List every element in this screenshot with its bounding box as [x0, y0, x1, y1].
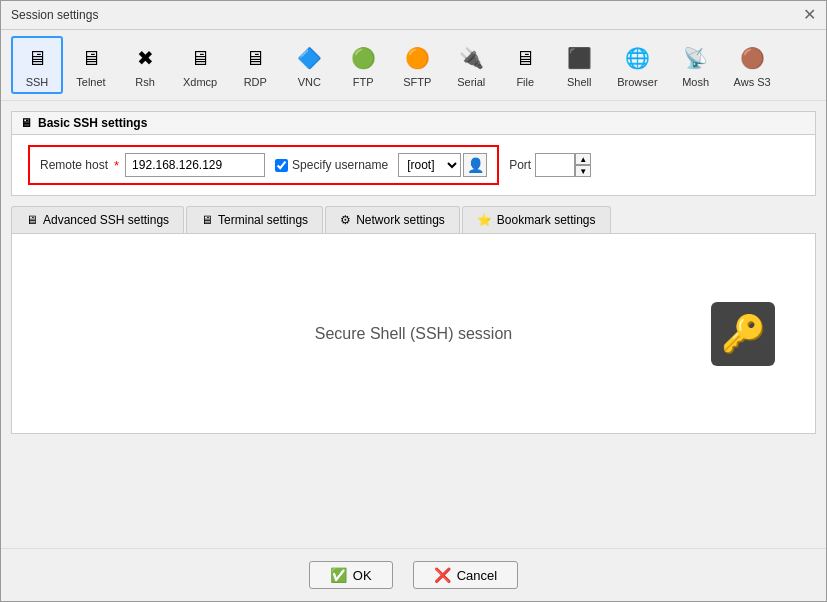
rdp-icon: 🖥 [239, 42, 271, 74]
cancel-label: Cancel [457, 568, 497, 583]
toolbar-item-sftp[interactable]: 🟠 SFTP [391, 36, 443, 94]
awss3-icon: 🟤 [736, 42, 768, 74]
basic-settings-body: Remote host * Specify username [root]adm… [12, 135, 815, 195]
toolbar-item-serial[interactable]: 🔌 Serial [445, 36, 497, 94]
port-label: Port [509, 158, 531, 172]
shell-icon: ⬛ [563, 42, 595, 74]
specify-username-checkbox[interactable] [275, 159, 288, 172]
required-marker: * [114, 158, 119, 173]
window: Session settings ✕ 🖥 SSH 🖥 Telnet ✖ Rsh … [0, 0, 827, 602]
toolbar-item-vnc[interactable]: 🔷 VNC [283, 36, 335, 94]
terminal-tab-label: Terminal settings [218, 213, 308, 227]
browser-label: Browser [617, 76, 657, 88]
key-icon-box: 🔑 [711, 302, 775, 366]
toolbar-item-rdp[interactable]: 🖥 RDP [229, 36, 281, 94]
ok-button[interactable]: ✅ OK [309, 561, 393, 589]
tab-advanced[interactable]: 🖥 Advanced SSH settings [11, 206, 184, 233]
mosh-icon: 📡 [680, 42, 712, 74]
rsh-label: Rsh [135, 76, 155, 88]
ssh-icon: 🖥 [21, 42, 53, 74]
basic-settings-header: 🖥 Basic SSH settings [12, 112, 815, 135]
tab-bookmark[interactable]: ⭐ Bookmark settings [462, 206, 611, 233]
tab-content: Secure Shell (SSH) session 🔑 [11, 234, 816, 434]
terminal-tab-icon: 🖥 [201, 213, 213, 227]
ssh-icon-small: 🖥 [20, 116, 32, 130]
vnc-label: VNC [298, 76, 321, 88]
toolbar-item-mosh[interactable]: 📡 Mosh [670, 36, 722, 94]
toolbar-item-xdmcp[interactable]: 🖥 Xdmcp [173, 36, 227, 94]
remote-host-group: Remote host * [40, 153, 265, 177]
footer: ✅ OK ❌ Cancel [1, 548, 826, 601]
ssh-label: SSH [26, 76, 49, 88]
toolbar-item-ssh[interactable]: 🖥 SSH [11, 36, 63, 94]
awss3-label: Aws S3 [734, 76, 771, 88]
content: 🖥 Basic SSH settings Remote host * Speci… [1, 101, 826, 548]
key-icon: 🔑 [721, 313, 766, 355]
username-select-group: [root]adminuser 👤 [398, 153, 487, 177]
port-decrement-button[interactable]: ▼ [575, 165, 591, 177]
mosh-label: Mosh [682, 76, 709, 88]
serial-icon: 🔌 [455, 42, 487, 74]
port-spin-input: 22 ▲ ▼ [535, 153, 591, 177]
close-button[interactable]: ✕ [803, 7, 816, 23]
highlight-box: Remote host * Specify username [root]adm… [28, 145, 499, 185]
port-spin-buttons: ▲ ▼ [575, 153, 591, 177]
specify-username-label: Specify username [292, 158, 388, 172]
toolbar-item-file[interactable]: 🖥 File [499, 36, 551, 94]
toolbar: 🖥 SSH 🖥 Telnet ✖ Rsh 🖥 Xdmcp 🖥 RDP 🔷 VNC… [1, 30, 826, 101]
cancel-icon: ❌ [434, 567, 451, 583]
file-label: File [516, 76, 534, 88]
main-area: 🖥 Advanced SSH settings 🖥 Terminal setti… [11, 206, 816, 434]
file-icon: 🖥 [509, 42, 541, 74]
toolbar-item-ftp[interactable]: 🟢 FTP [337, 36, 389, 94]
specify-username-group: Specify username [275, 158, 388, 172]
xdmcp-label: Xdmcp [183, 76, 217, 88]
advanced-tab-label: Advanced SSH settings [43, 213, 169, 227]
ftp-icon: 🟢 [347, 42, 379, 74]
toolbar-item-awss3[interactable]: 🟤 Aws S3 [724, 36, 781, 94]
browser-icon: 🌐 [621, 42, 653, 74]
port-input[interactable]: 22 [535, 153, 575, 177]
network-tab-icon: ⚙ [340, 213, 351, 227]
port-increment-button[interactable]: ▲ [575, 153, 591, 165]
xdmcp-icon: 🖥 [184, 42, 216, 74]
window-title: Session settings [11, 8, 98, 22]
remote-host-input[interactable] [125, 153, 265, 177]
bookmark-tab-icon: ⭐ [477, 213, 492, 227]
tabs-bar: 🖥 Advanced SSH settings 🖥 Terminal setti… [11, 206, 816, 234]
shell-label: Shell [567, 76, 591, 88]
advanced-tab-icon: 🖥 [26, 213, 38, 227]
basic-settings-section: 🖥 Basic SSH settings Remote host * Speci… [11, 111, 816, 196]
telnet-label: Telnet [76, 76, 105, 88]
cancel-button[interactable]: ❌ Cancel [413, 561, 518, 589]
remote-host-label: Remote host [40, 158, 108, 172]
ftp-label: FTP [353, 76, 374, 88]
username-select[interactable]: [root]adminuser [398, 153, 461, 177]
serial-label: Serial [457, 76, 485, 88]
user-manage-button[interactable]: 👤 [463, 153, 487, 177]
telnet-icon: 🖥 [75, 42, 107, 74]
network-tab-label: Network settings [356, 213, 445, 227]
session-label: Secure Shell (SSH) session [315, 325, 512, 343]
sftp-label: SFTP [403, 76, 431, 88]
basic-settings-title: Basic SSH settings [38, 116, 147, 130]
tab-network[interactable]: ⚙ Network settings [325, 206, 460, 233]
rdp-label: RDP [244, 76, 267, 88]
bookmark-tab-label: Bookmark settings [497, 213, 596, 227]
sftp-icon: 🟠 [401, 42, 433, 74]
ok-icon: ✅ [330, 567, 347, 583]
toolbar-item-browser[interactable]: 🌐 Browser [607, 36, 667, 94]
rsh-icon: ✖ [129, 42, 161, 74]
toolbar-item-rsh[interactable]: ✖ Rsh [119, 36, 171, 94]
tab-terminal[interactable]: 🖥 Terminal settings [186, 206, 323, 233]
toolbar-item-shell[interactable]: ⬛ Shell [553, 36, 605, 94]
ok-label: OK [353, 568, 372, 583]
port-group: Port 22 ▲ ▼ [509, 153, 591, 177]
vnc-icon: 🔷 [293, 42, 325, 74]
toolbar-item-telnet[interactable]: 🖥 Telnet [65, 36, 117, 94]
title-bar: Session settings ✕ [1, 1, 826, 30]
